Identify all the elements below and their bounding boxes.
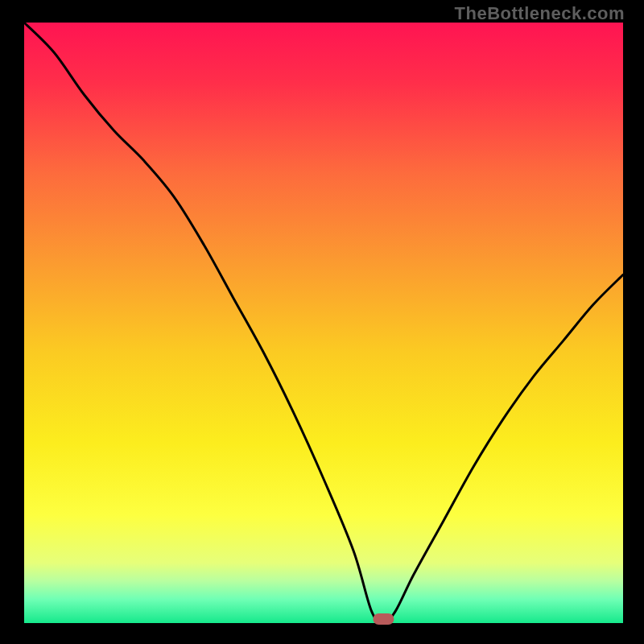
bottleneck-chart — [0, 0, 644, 644]
watermark-text: TheBottleneck.com — [455, 3, 625, 24]
chart-container: TheBottleneck.com — [0, 0, 644, 644]
optimum-marker — [373, 613, 394, 625]
chart-gradient-background — [24, 23, 623, 623]
